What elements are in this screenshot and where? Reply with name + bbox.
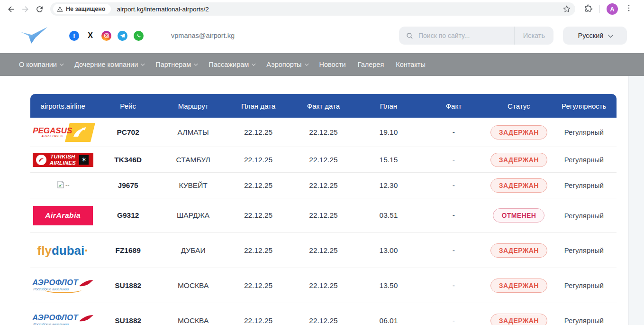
status-cell: ЗАДЕРЖАН <box>486 314 551 325</box>
nav-item-label: Пассажирам <box>209 61 249 68</box>
aeroflot-swoosh-icon <box>45 290 82 293</box>
back-icon[interactable] <box>4 2 18 16</box>
search-icon <box>406 32 414 40</box>
fact-date-cell: 22.12.25 <box>291 211 356 220</box>
aeroflot-wordmark-row: АЭРОФЛОТ <box>32 313 93 322</box>
nav-item-passengers[interactable]: Пассажирам <box>209 61 254 68</box>
regularity-cell: Регулярный <box>552 281 617 289</box>
nav-item-about[interactable]: О компании <box>19 61 63 68</box>
airline-logo-cell: AirArabia <box>30 206 95 225</box>
flight-number-cell: TK346D <box>95 156 160 164</box>
pegasus-sub-wordmark: AIRLINES <box>33 135 72 138</box>
telegram-icon[interactable] <box>118 31 127 41</box>
flydubai-fly-text: fly <box>37 243 52 258</box>
route-cell: ДУБАИ <box>161 246 226 255</box>
scrollbar-track[interactable] <box>628 76 644 325</box>
profile-avatar[interactable]: A <box>607 3 618 15</box>
star-alliance-icon: ✶ <box>79 155 89 165</box>
forward-icon[interactable] <box>18 2 32 16</box>
fact-time-cell: - <box>421 246 486 255</box>
status-cell: ЗАДЕРЖАН <box>486 279 551 293</box>
url-text[interactable]: airport.kg/international-airports/2 <box>117 6 561 13</box>
aeroflot-wordmark: АЭРОФЛОТ <box>32 278 78 287</box>
search-input[interactable] <box>414 32 514 39</box>
airline-logo-cell: TURKISHAIRLINES✶ <box>30 153 95 167</box>
fact-time-cell: - <box>421 281 486 290</box>
turkish-bird-icon <box>36 155 46 165</box>
status-cell: ЗАДЕРЖАН <box>486 178 551 193</box>
plan-time-cell: 06.01 <box>356 316 421 325</box>
site-logo-bird-icon[interactable] <box>19 26 48 45</box>
plan-date-cell: 22.12.25 <box>226 156 290 164</box>
table-header-row: airports.airlineРейсМаршрутПлан датаФакт… <box>30 94 617 118</box>
menu-dots-icon[interactable] <box>625 4 633 14</box>
language-selector[interactable]: Русский <box>563 27 627 45</box>
status-badge: ЗАДЕРЖАН <box>490 243 547 258</box>
regularity-cell: Регулярный <box>552 156 617 164</box>
fact-time-cell: - <box>421 156 486 164</box>
nav-item-contacts[interactable]: Контакты <box>396 61 426 68</box>
social-links: f X <box>69 31 144 41</box>
instagram-icon[interactable] <box>101 31 111 41</box>
airline-logo-cell: PEGASUSAIRLINES <box>30 123 95 142</box>
pegasus-wordmark: PEGASUSAIRLINES <box>33 127 72 138</box>
warning-icon <box>57 6 63 12</box>
contact-email[interactable]: vpmanas@airport.kg <box>171 32 235 39</box>
fact-date-cell: 22.12.25 <box>291 281 356 290</box>
facebook-icon[interactable]: f <box>69 31 79 41</box>
column-header: Факт дата <box>291 102 356 110</box>
flydubai-dubai-text: dubai <box>52 243 84 258</box>
table-body: PEGASUSAIRLINESPC702АЛМАТЫ22.12.2522.12.… <box>30 118 617 325</box>
browser-chrome: Не защищено airport.kg/international-air… <box>0 0 644 18</box>
nav-item-news[interactable]: Новости <box>319 61 346 68</box>
plan-date-cell: 22.12.25 <box>226 316 290 325</box>
flight-number-cell: FZ1689 <box>95 246 160 255</box>
whatsapp-icon[interactable] <box>134 31 144 41</box>
security-chip[interactable]: Не защищено <box>53 4 111 14</box>
nav-item-airports[interactable]: Аэропорты <box>266 61 307 68</box>
bookmark-star-icon[interactable] <box>561 3 572 15</box>
column-header: План дата <box>226 102 290 110</box>
chevron-down-icon <box>252 62 255 65</box>
airline-logo-airarabia: AirArabia <box>33 206 93 225</box>
regularity-cell: Регулярный <box>552 246 617 254</box>
fact-date-cell: 22.12.25 <box>291 156 356 164</box>
aeroflot-wing-icon <box>79 315 93 322</box>
regularity-cell: Регулярный <box>552 128 617 136</box>
fact-date-cell: 22.12.25 <box>291 246 356 255</box>
column-header: Регулярность <box>552 102 617 110</box>
x-twitter-icon[interactable]: X <box>85 31 95 41</box>
search-button[interactable]: Искать <box>514 27 553 45</box>
fact-time-cell: - <box>421 181 486 190</box>
airline-logo-turkish: TURKISHAIRLINES✶ <box>33 153 93 167</box>
airline-logo-cell: flydubai· <box>30 244 95 257</box>
status-cell: ЗАДЕРЖАН <box>486 153 551 167</box>
language-label: Русский <box>578 32 604 39</box>
column-header: План <box>356 102 421 110</box>
plan-time-cell: 03.51 <box>356 211 421 220</box>
status-badge: ЗАДЕРЖАН <box>490 314 547 325</box>
status-badge: ЗАДЕРЖАН <box>490 178 547 193</box>
table-row: --J9675КУВЕЙТ22.12.2522.12.2512.30-ЗАДЕР… <box>30 173 617 198</box>
reload-icon[interactable] <box>32 2 46 16</box>
table-row: АЭРОФЛОТРоссийские авиалинииSU1882МОСКВА… <box>30 303 617 325</box>
flight-number-cell: PC702 <box>95 128 160 137</box>
status-cell: ЗАДЕРЖАН <box>486 125 551 139</box>
route-cell: МОСКВА <box>161 316 226 325</box>
nav-item-partners[interactable]: Партнерам <box>155 61 197 68</box>
security-label: Не защищено <box>66 6 105 12</box>
site-header: f X vpmanas@airport.kg Искать Русский <box>0 18 644 53</box>
nav-item-gallery[interactable]: Галерея <box>358 61 384 68</box>
address-bar[interactable]: Не защищено airport.kg/international-air… <box>50 2 575 16</box>
regularity-cell: Регулярный <box>552 212 617 220</box>
plan-date-cell: 22.12.25 <box>226 281 290 290</box>
flight-number-cell: G9312 <box>95 211 160 220</box>
nav-item-subsidiaries[interactable]: Дочерние компании <box>74 61 144 68</box>
chevron-down-icon <box>141 62 145 65</box>
airline-logo-cell: АЭРОФЛОТРоссийские авиалинии <box>30 278 95 293</box>
chrome-actions: A <box>584 3 633 15</box>
aeroflot-wordmark-row: АЭРОФЛОТ <box>32 278 93 287</box>
status-badge: ОТМЕНЕН <box>493 208 544 223</box>
extensions-icon[interactable] <box>584 4 593 15</box>
table-row: flydubai·FZ1689ДУБАИ22.12.2522.12.2513.0… <box>30 233 617 268</box>
